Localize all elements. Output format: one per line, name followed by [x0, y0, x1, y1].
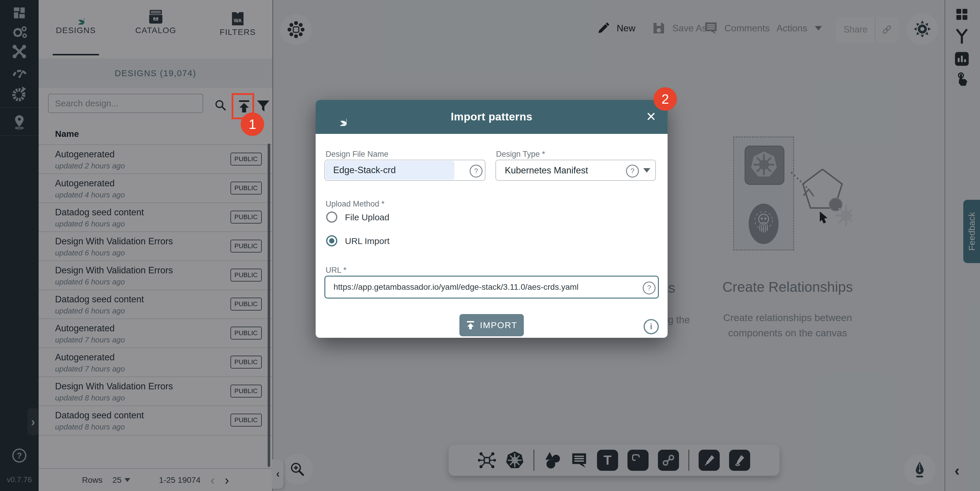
radio-file-upload-label[interactable]: File Upload [345, 212, 390, 222]
upload-icon [466, 321, 475, 330]
design-file-name-label: Design File Name [326, 150, 388, 159]
annotation-step-2: 2 [654, 87, 677, 111]
close-icon[interactable]: × [646, 107, 656, 125]
modal-header: Import patterns × [316, 100, 668, 134]
import-button-label: IMPORT [480, 320, 517, 330]
url-label: URL * [326, 266, 346, 275]
upload-method-label: Upload Method * [326, 199, 385, 209]
annotation-step-1: 1 [241, 113, 264, 136]
help-icon[interactable]: ? [470, 165, 482, 177]
design-type-label: Design Type * [496, 150, 545, 159]
modal-title: Import patterns [316, 100, 668, 134]
url-field: ? [325, 276, 659, 298]
chevron-down-icon [643, 168, 650, 173]
design-type-select[interactable]: Kubernetes Manifest ? [495, 159, 656, 181]
url-input[interactable] [325, 277, 658, 298]
help-icon[interactable]: ? [643, 282, 655, 295]
help-icon[interactable]: ? [626, 165, 639, 177]
design-file-name-field: ? [325, 159, 485, 181]
info-icon[interactable]: i [644, 319, 659, 334]
radio-url-import[interactable] [326, 235, 337, 246]
radio-url-import-label[interactable]: URL Import [345, 236, 390, 246]
import-button[interactable]: IMPORT [460, 314, 524, 336]
design-file-name-input[interactable] [325, 160, 485, 180]
import-patterns-modal: Import patterns × Design File Name ? Des… [316, 100, 668, 338]
radio-file-upload[interactable] [326, 212, 337, 223]
design-type-value: Kubernetes Manifest [505, 165, 588, 176]
